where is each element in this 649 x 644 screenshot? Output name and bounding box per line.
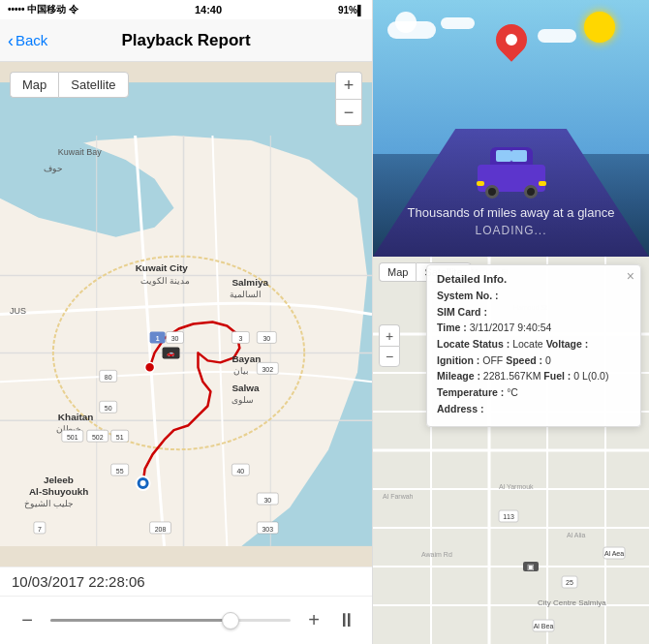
tagline: Thousands of miles away at a glance: [408, 205, 615, 220]
svg-text:Awaim Rd: Awaim Rd: [421, 551, 452, 558]
svg-text:▣: ▣: [527, 563, 535, 571]
detail-temperature: Temperature : °C: [437, 385, 631, 400]
svg-text:208: 208: [155, 526, 167, 533]
bottom-map-button[interactable]: Map: [379, 262, 416, 282]
satellite-button[interactable]: Satellite: [58, 72, 128, 98]
svg-text:502: 502: [92, 434, 104, 441]
svg-text:Al Aea: Al Aea: [604, 550, 624, 557]
playback-controls: − + ⏸: [0, 596, 372, 644]
svg-text:مدينة الكويت: مدينة الكويت: [140, 276, 190, 287]
svg-text:55: 55: [116, 468, 124, 475]
cloud-icon-1: [387, 21, 436, 39]
svg-point-10: [145, 362, 155, 372]
speed-up-button[interactable]: +: [302, 609, 325, 631]
svg-text:Jeleeb: Jeleeb: [44, 475, 74, 485]
progress-bar[interactable]: [50, 619, 291, 622]
svg-text:25: 25: [566, 579, 573, 586]
svg-text:40: 40: [236, 468, 244, 475]
svg-text:Kuwait City: Kuwait City: [136, 262, 189, 273]
svg-text:بيان: بيان: [233, 366, 249, 376]
pin-head: [489, 17, 533, 61]
map-button[interactable]: Map: [10, 72, 58, 98]
loading-text: LOADING...: [408, 224, 615, 237]
svg-text:Salmiya: Salmiya: [232, 277, 268, 288]
detail-address: Address :: [437, 402, 631, 416]
right-panel: Thousands of miles away at a glance LOAD…: [373, 0, 649, 644]
svg-text:51: 51: [116, 434, 124, 441]
svg-text:حوف: حوف: [44, 164, 63, 174]
progress-fill: [50, 619, 231, 622]
svg-text:30: 30: [263, 497, 271, 504]
svg-text:80: 80: [105, 374, 112, 381]
detail-locate-status: Locate Status : Locate Voltage :: [437, 337, 631, 352]
headlight-right: [539, 181, 546, 186]
svg-text:Salwa: Salwa: [232, 383, 260, 393]
zoom-out-button[interactable]: −: [335, 99, 362, 126]
svg-text:302: 302: [262, 366, 273, 373]
svg-text:JUS: JUS: [10, 307, 26, 317]
cloud-icon-2: [538, 29, 576, 43]
back-label: Back: [15, 32, 47, 48]
svg-text:3: 3: [238, 335, 242, 342]
svg-text:Kuwait Bay: Kuwait Bay: [58, 147, 102, 157]
detail-ignition: Ignition : OFF Speed : 0: [437, 353, 631, 368]
page-title: Playback Report: [121, 31, 250, 50]
detail-sim-card: SIM Card :: [437, 305, 631, 320]
svg-text:Al-Shuyoukh: Al-Shuyoukh: [29, 486, 88, 497]
svg-text:السالمية: السالمية: [230, 290, 262, 299]
svg-text:Al Yarmouk: Al Yarmouk: [499, 483, 534, 490]
detail-time: Time : 3/11/2017 9:40:54: [437, 321, 631, 335]
svg-text:Khaitan: Khaitan: [58, 412, 94, 422]
svg-text:7: 7: [38, 526, 42, 533]
progress-thumb[interactable]: [222, 612, 239, 629]
timestamp-value: 10/03/2017 22:28:06: [12, 573, 145, 590]
map-view[interactable]: Kuwait Bay حوف Kuwait City مدينة الكويت …: [0, 62, 372, 567]
svg-text:50: 50: [105, 405, 112, 412]
bottom-zoom-controls: + −: [379, 324, 400, 367]
status-bar: ••••• 中国移动 令 14:40 91%▌: [0, 0, 372, 19]
pause-button[interactable]: ⏸: [337, 609, 356, 631]
speed-down-button[interactable]: −: [15, 609, 39, 631]
back-chevron-icon: ‹: [8, 32, 14, 49]
detail-close-button[interactable]: ×: [627, 269, 634, 283]
location-pin-icon: [496, 24, 527, 55]
timestamp-display: 10/03/2017 22:28:06: [0, 567, 372, 596]
svg-point-12: [140, 480, 146, 486]
zoom-in-button[interactable]: +: [335, 72, 362, 99]
wheel-right: [524, 185, 538, 199]
car-body: [478, 165, 545, 192]
battery-signal: 91%▌: [338, 5, 364, 15]
svg-text:30: 30: [171, 335, 179, 342]
svg-text:🚗: 🚗: [167, 349, 175, 357]
back-button[interactable]: ‹ Back: [8, 32, 47, 49]
detail-system-no: System No. :: [437, 289, 631, 303]
bottom-zoom-in-button[interactable]: +: [379, 324, 400, 346]
svg-text:City Centre Salmiya: City Centre Salmiya: [538, 598, 606, 607]
carrier-signal: ••••• 中国移动 令: [8, 3, 78, 16]
svg-text:Al Farwah: Al Farwah: [383, 493, 414, 500]
car-window-left: [496, 150, 511, 162]
sun-icon: [584, 12, 615, 43]
svg-text:سلوى: سلوى: [232, 395, 254, 406]
headlight-left: [477, 181, 484, 186]
wheel-left: [485, 185, 499, 199]
svg-text:Al Bea: Al Bea: [534, 623, 554, 629]
detail-info-popup: × Detailed Info. System No. : SIM Card :…: [426, 264, 641, 427]
clock: 14:40: [195, 4, 222, 15]
detail-mileage: Mileage : 2281.567KM Fuel : 0 L(0.0): [437, 369, 631, 383]
header: ‹ Back Playback Report: [0, 19, 372, 62]
svg-text:113: 113: [503, 513, 514, 520]
svg-text:Al Alia: Al Alia: [567, 532, 586, 538]
detail-title: Detailed Info.: [437, 273, 631, 285]
bottom-zoom-out-button[interactable]: −: [379, 346, 400, 367]
svg-text:303: 303: [262, 526, 273, 533]
car-window-right: [511, 150, 527, 162]
svg-text:501: 501: [67, 434, 78, 441]
car-roof: [490, 147, 533, 167]
svg-text:30: 30: [263, 335, 270, 342]
svg-text:1: 1: [156, 335, 160, 342]
cloud-icon-3: [441, 17, 475, 29]
bottom-map[interactable]: Abdul Bin Masoud St Hamoud St Al Farwah …: [373, 257, 649, 644]
car-illustration: [478, 165, 545, 203]
illustration-section: Thousands of miles away at a glance LOAD…: [373, 0, 649, 257]
